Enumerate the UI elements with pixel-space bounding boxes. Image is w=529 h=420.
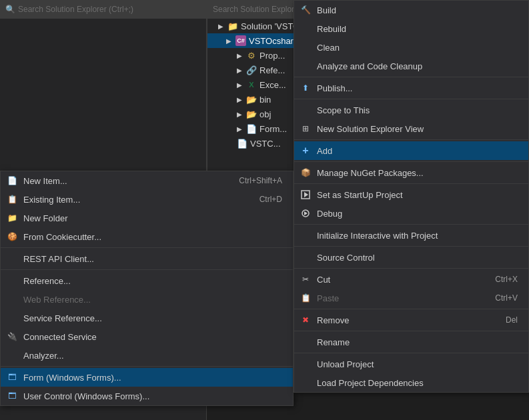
unload-icon xyxy=(300,358,312,370)
scope-icon xyxy=(300,104,312,116)
excel-icon: X xyxy=(246,79,257,90)
menu-item-cut[interactable]: ✂ Cut Ctrl+X xyxy=(294,270,528,289)
existing-item-icon: 📋 xyxy=(6,193,18,205)
menu-item-web-reference: Web Reference... xyxy=(1,290,293,309)
remove-icon: ✖ xyxy=(300,314,312,326)
ctx-sep-6 xyxy=(294,224,528,225)
menu-item-add[interactable]: + Add xyxy=(294,141,528,160)
manage-nuget-label: Manage NuGet Packages... xyxy=(317,168,518,178)
menu-item-connected-service[interactable]: 🔌 Connected Service xyxy=(1,327,293,346)
remove-shortcut: Del xyxy=(506,315,518,325)
menu-item-rest-api[interactable]: REST API Client... xyxy=(1,249,293,268)
clean-label: Clean xyxy=(317,43,518,53)
add-icon: + xyxy=(300,145,312,157)
unload-label: Unload Project xyxy=(317,359,518,369)
menu-item-publish[interactable]: ⬆ Publish... xyxy=(294,79,528,97)
rename-label: Rename xyxy=(317,337,518,347)
startup-icon xyxy=(300,189,312,201)
separator-3 xyxy=(1,366,293,367)
rebuild-icon xyxy=(300,23,312,35)
menu-item-manage-nuget[interactable]: 📦 Manage NuGet Packages... xyxy=(294,163,528,182)
existing-item-label: Existing Item... xyxy=(23,195,254,205)
new-item-icon: 📄 xyxy=(6,175,18,187)
menu-item-debug[interactable]: Debug xyxy=(294,204,528,223)
search-placeholder: Search Solution Explorer (Ctrl+;) xyxy=(18,5,133,14)
publish-icon: ⬆ xyxy=(300,82,312,94)
set-startup-label: Set as StartUp Project xyxy=(317,190,518,200)
rebuild-label: Rebuild xyxy=(317,24,518,34)
newview-icon: ⊞ xyxy=(300,123,312,135)
ctx-sep-7 xyxy=(294,246,528,247)
ctx-sep-10 xyxy=(294,331,528,331)
obj-label: obj xyxy=(259,109,271,119)
clean-icon xyxy=(300,41,312,53)
menu-item-new-solution-view[interactable]: ⊞ New Solution Explorer View xyxy=(294,119,528,138)
menu-item-form-windows[interactable]: 🗔 Form (Windows Forms)... xyxy=(1,368,293,387)
menu-item-user-control[interactable]: 🗔 User Control (Windows Forms)... xyxy=(1,387,293,405)
add-label: Add xyxy=(317,146,518,156)
analyzer-icon xyxy=(6,349,18,361)
reference-label: Reference... xyxy=(23,276,282,286)
rename-icon xyxy=(300,336,312,348)
paste-shortcut: Ctrl+V xyxy=(495,293,518,303)
add-submenu: 📄 New Item... Ctrl+Shift+A 📋 Existing It… xyxy=(0,171,294,406)
connected-label: Connected Service xyxy=(23,332,282,342)
menu-item-service-reference[interactable]: Service Reference... xyxy=(1,309,293,327)
ctx-sep-1 xyxy=(294,77,528,77)
search-icon: 🔍 xyxy=(5,5,15,14)
ctx-sep-4 xyxy=(294,161,528,162)
form-windows-label: Form (Windows Forms)... xyxy=(23,373,282,383)
user-control-icon: 🗔 xyxy=(6,390,18,402)
menu-item-source-control[interactable]: Source Control xyxy=(294,248,528,267)
paste-icon: 📋 xyxy=(300,292,312,304)
menu-item-initialize-interactive[interactable]: Initialize Interactive with Project xyxy=(294,226,528,245)
menu-item-existing-item[interactable]: 📋 Existing Item... Ctrl+D xyxy=(1,190,293,209)
web-ref-label: Web Reference... xyxy=(23,295,282,305)
initialize-interactive-label: Initialize Interactive with Project xyxy=(317,231,518,241)
cut-icon: ✂ xyxy=(300,273,312,285)
menu-item-analyze[interactable]: Analyze and Code Cleanup xyxy=(294,57,528,75)
ctx-sep-3 xyxy=(294,139,528,140)
menu-item-unload-project[interactable]: Unload Project xyxy=(294,355,528,373)
cookiecutter-icon: 🍪 xyxy=(6,231,18,243)
menu-item-reference[interactable]: Reference... xyxy=(1,271,293,290)
menu-item-analyzer[interactable]: Analyzer... xyxy=(1,346,293,365)
remove-label: Remove xyxy=(317,315,500,325)
form-label: Form... xyxy=(259,124,287,134)
debug-label: Debug xyxy=(317,209,518,219)
load-deps-label: Load Project Dependencies xyxy=(317,378,518,388)
menu-item-remove[interactable]: ✖ Remove Del xyxy=(294,311,528,329)
ctx-sep-8 xyxy=(294,268,528,269)
menu-item-rebuild[interactable]: Rebuild xyxy=(294,19,528,38)
menu-item-build[interactable]: 🔨 Build xyxy=(294,1,528,19)
web-ref-icon xyxy=(6,293,18,305)
menu-item-set-startup[interactable]: Set as StartUp Project xyxy=(294,185,528,204)
rest-label: REST API Client... xyxy=(23,254,282,264)
publish-label: Publish... xyxy=(317,83,518,93)
separator-2 xyxy=(1,269,293,270)
new-item-shortcut: Ctrl+Shift+A xyxy=(239,176,282,185)
menu-item-rename[interactable]: Rename xyxy=(294,333,528,351)
ctx-sep-11 xyxy=(294,353,528,353)
analyze-label: Analyze and Code Cleanup xyxy=(317,61,518,71)
new-folder-icon: 📁 xyxy=(6,212,18,224)
context-menu: 🔨 Build Rebuild Clean Analyze and Code C… xyxy=(294,0,529,393)
scope-label: Scope to This xyxy=(317,105,518,115)
refs-icon: 🔗 xyxy=(246,65,257,75)
ctx-sep-5 xyxy=(294,183,528,184)
menu-item-new-item[interactable]: 📄 New Item... Ctrl+Shift+A xyxy=(1,171,293,190)
csharp-icon: C# xyxy=(235,35,246,46)
excel-arrow: ▶ xyxy=(237,81,242,89)
menu-item-load-dependencies[interactable]: Load Project Dependencies xyxy=(294,373,528,392)
cut-label: Cut xyxy=(317,275,490,285)
arrow-icon: ▶ xyxy=(218,23,223,30)
menu-item-cookiecutter[interactable]: 🍪 From Cookiecutter... xyxy=(1,227,293,246)
vstc-label: VSTC... xyxy=(250,139,281,149)
reference-icon xyxy=(6,275,18,287)
menu-item-scope[interactable]: Scope to This xyxy=(294,101,528,119)
new-item-label: New Item... xyxy=(23,176,233,186)
ctx-sep-9 xyxy=(294,309,528,309)
rest-icon xyxy=(6,253,18,265)
menu-item-clean[interactable]: Clean xyxy=(294,38,528,57)
menu-item-new-folder[interactable]: 📁 New Folder xyxy=(1,209,293,227)
